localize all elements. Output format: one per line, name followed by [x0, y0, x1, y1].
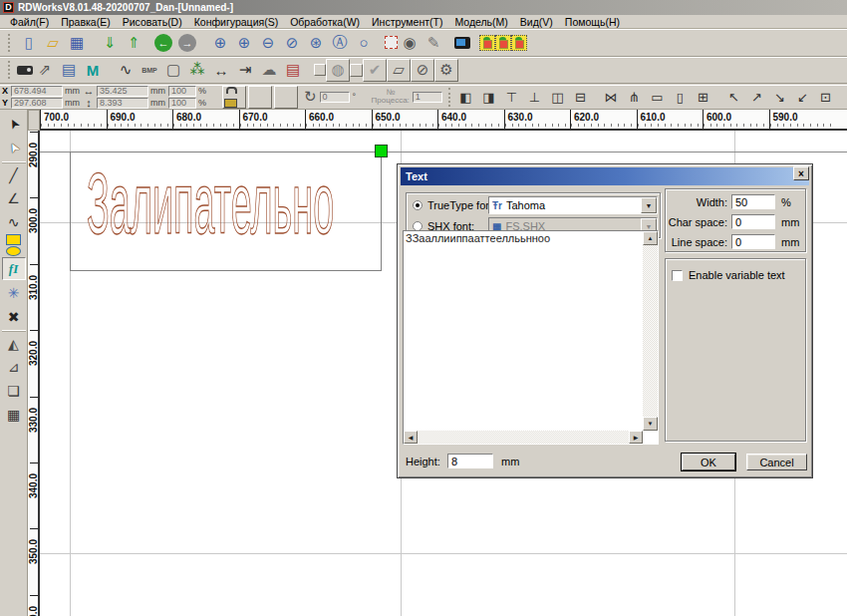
close-icon[interactable]: ×: [793, 166, 809, 180]
rotate-angle-field[interactable]: 0: [320, 92, 350, 103]
stamp-button[interactable]: ☁: [257, 59, 281, 82]
array-tool[interactable]: ▦: [2, 403, 26, 426]
mirror-v-tool[interactable]: ⊿: [2, 355, 26, 378]
zoom-page-button[interactable]: ⊘: [280, 31, 304, 54]
bmp-tool-button[interactable]: BMP: [138, 59, 161, 82]
text-tool[interactable]: fI: [2, 257, 26, 280]
menu-item-6[interactable]: Модель(M): [448, 16, 513, 28]
double-check-button[interactable]: ✔: [363, 59, 387, 82]
truetype-font-select[interactable]: Ŧr Tahoma ▼: [488, 196, 658, 214]
undo-button[interactable]: ←: [154, 34, 172, 52]
laser-position-2-button[interactable]: [495, 35, 511, 51]
align-right-button[interactable]: ◨: [479, 88, 498, 107]
same-width-button[interactable]: ⋈: [602, 88, 621, 107]
width-percent-field[interactable]: 50: [731, 194, 775, 209]
curve-tool[interactable]: ∿: [2, 210, 26, 233]
cancel-button[interactable]: Cancel: [746, 454, 807, 470]
laser-head-button[interactable]: [17, 66, 33, 75]
menu-item-4[interactable]: Обработка(W): [284, 16, 366, 28]
ok-button[interactable]: OK: [682, 454, 735, 470]
offset-box-button[interactable]: [274, 86, 298, 109]
layer-color-button[interactable]: ▤: [281, 59, 305, 82]
same-size-height-button[interactable]: ▯: [671, 88, 690, 107]
menu-item-7[interactable]: Вид(V): [514, 16, 559, 28]
scroll-right-icon[interactable]: ▶: [629, 431, 643, 444]
offset-tool[interactable]: ❏: [2, 379, 26, 402]
to-edge-button[interactable]: ⇥: [233, 59, 257, 82]
save-button[interactable]: ▦: [65, 31, 89, 54]
menu-item-8[interactable]: Помощь(H): [559, 16, 626, 28]
edit-pen-button[interactable]: ✎: [422, 31, 445, 54]
measure-width-button[interactable]: ↔: [209, 59, 233, 82]
scroll-up-icon[interactable]: ▲: [643, 231, 658, 245]
grid-snap-button[interactable]: [248, 86, 272, 109]
line-space-field[interactable]: 0: [731, 234, 775, 249]
skew-button[interactable]: ▱: [387, 59, 411, 82]
mirror-h-tool[interactable]: ◭: [2, 331, 26, 354]
zoom-in-button[interactable]: ⊕: [232, 31, 256, 54]
text-input-area[interactable]: ЗЗааллииппааттееллььнноо ▲ ▼ ◀ ▶: [403, 230, 659, 445]
path-show-button[interactable]: [314, 64, 326, 76]
import-button[interactable]: ⇓: [98, 31, 122, 54]
align-top-button[interactable]: ⊤: [502, 88, 521, 107]
horizontal-scrollbar[interactable]: ◀ ▶: [404, 431, 643, 444]
y-position-field[interactable]: 297.608: [11, 98, 63, 109]
pick-pen-button[interactable]: ⇗: [33, 59, 57, 82]
move-bottom-right-button[interactable]: ↘: [770, 88, 789, 107]
ellipse-tool[interactable]: [6, 246, 21, 256]
menu-item-1[interactable]: Правка(E): [55, 16, 116, 28]
zoom-select-button[interactable]: ○: [352, 31, 376, 54]
align-center-v-button[interactable]: ⊟: [571, 88, 590, 107]
node-edit-button[interactable]: ⁂: [185, 59, 209, 82]
marquee-button[interactable]: [350, 64, 363, 77]
zoom-out-button[interactable]: ⊖: [256, 31, 280, 54]
hide-path-button[interactable]: ⊘: [411, 59, 434, 82]
point-tool[interactable]: ✳: [2, 281, 26, 304]
resize-handle[interactable]: [375, 145, 388, 157]
menu-item-3[interactable]: Конфигурация(S): [188, 16, 284, 28]
cut-box-button[interactable]: [385, 36, 398, 49]
scroll-left-icon[interactable]: ◀: [404, 431, 418, 444]
scroll-down-icon[interactable]: ▼: [643, 417, 658, 431]
align-left-button[interactable]: ◧: [456, 88, 475, 107]
height-field[interactable]: 8: [447, 454, 493, 468]
chevron-down-icon[interactable]: ▼: [641, 197, 657, 213]
material-library-button[interactable]: M: [81, 59, 105, 82]
laser-position-1-button[interactable]: [479, 35, 495, 51]
laser-position-3-button[interactable]: [511, 35, 527, 51]
scale-y-field[interactable]: 100: [168, 98, 196, 109]
object-height-field[interactable]: 8.393: [97, 98, 148, 109]
align-center-h-button[interactable]: ◫: [548, 88, 567, 107]
render-sphere-button[interactable]: ◍: [326, 59, 350, 82]
menu-item-5[interactable]: Инструмент(T): [366, 16, 448, 28]
same-size-width-button[interactable]: ▭: [648, 88, 667, 107]
same-height-button[interactable]: ⋔: [625, 88, 644, 107]
move-top-left-button[interactable]: ↖: [724, 88, 743, 107]
frame-button[interactable]: ▢: [161, 59, 185, 82]
new-file-button[interactable]: ▯: [17, 31, 41, 54]
export-button[interactable]: ⇑: [122, 31, 145, 54]
zoom-all-button[interactable]: ⊛: [304, 31, 328, 54]
truetype-radio[interactable]: [413, 200, 423, 210]
delete-tool[interactable]: ✖: [2, 305, 26, 328]
move-center-button[interactable]: ⊡: [816, 88, 835, 107]
object-width-field[interactable]: 35.425: [97, 86, 148, 97]
canvas-text-object[interactable]: Залипательно: [87, 159, 334, 247]
move-top-right-button[interactable]: ↗: [747, 88, 766, 107]
menu-item-0[interactable]: Файл(F): [4, 16, 55, 28]
ruler-tool-button[interactable]: ▤: [57, 59, 81, 82]
anchor-point-button[interactable]: ◉: [398, 31, 422, 54]
x-position-field[interactable]: 678.494: [11, 86, 63, 97]
char-space-field[interactable]: 0: [731, 214, 775, 229]
zoom-pan-button[interactable]: ⊕: [208, 31, 232, 54]
zoom-text-button[interactable]: Ⓐ: [328, 31, 352, 54]
vertical-scrollbar[interactable]: ▲ ▼: [643, 231, 658, 431]
align-bottom-button[interactable]: ⊥: [525, 88, 544, 107]
rect-tool[interactable]: [6, 234, 21, 245]
same-size-button[interactable]: ⊞: [694, 88, 712, 107]
settings-gear-button[interactable]: ⚙: [434, 59, 458, 82]
polyline-tool[interactable]: ∠: [2, 186, 26, 209]
open-file-button[interactable]: ▱: [41, 31, 65, 54]
enable-variable-text-checkbox[interactable]: [672, 270, 683, 281]
process-number-field[interactable]: 1: [413, 92, 442, 103]
